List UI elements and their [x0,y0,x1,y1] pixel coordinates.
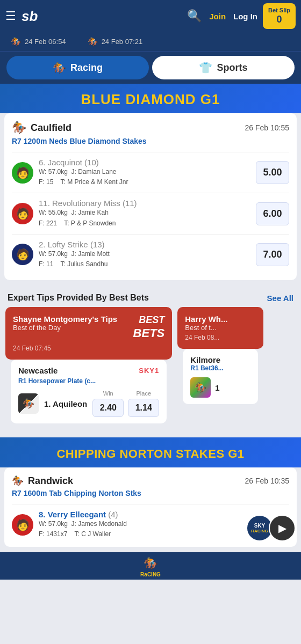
venue-icon: 🏇 [12,121,26,135]
randwick-venue: 🏇 Randwick [12,475,73,487]
runner-silk-2: 🧑 [12,203,33,224]
tab-sports[interactable]: 👕 Sports [152,56,295,79]
nav-racing-icon: 🏇 [144,557,158,570]
tip-card-inner-2[interactable]: Harry Wh... Best of t... 24 Feb 08... [177,307,263,349]
horse-icon-2: 🏇 [88,36,98,47]
expert-tips-title: Expert Tips Provided By Best Bets [8,293,149,303]
ticker-item-2[interactable]: 🏇 24 Feb 07:21 [77,34,154,49]
logo-line2: BETS [133,326,165,340]
tip-time-2: 24 Feb 08... [185,334,256,341]
blue-diamond-banner: BLUE DIAMOND G1 [0,84,301,113]
tip-runner-row-2: 🏇 1 [190,377,250,398]
venue-name: Caulfield [31,122,71,134]
chipping-norton-banner: CHIPPING NORTON STAKES G1 [0,437,301,467]
race-subtitle: R7 1200m Neds Blue Diamond Stakes [12,137,289,145]
login-button[interactable]: Log In [233,12,257,21]
tip-venue-1: Newcastle [18,366,58,375]
runner-name-1: 6. Jacquinot (10) [39,158,250,167]
runner-info-1: 6. Jacquinot (10) W: 57.0kg J: Damian La… [39,158,250,187]
nav-racing-label: RaCING [140,572,161,577]
expert-tips-header: Expert Tips Provided By Best Bets See Al… [0,286,301,307]
search-icon[interactable]: 🔍 [187,9,202,23]
horse-icon-1: 🏇 [11,36,22,47]
logo: sb [22,8,38,25]
place-odds-val: 1.14 [131,403,156,413]
runner-row[interactable]: 🧑 2. Lofty Strike (13) W: 57.0kg J: Jami… [12,234,289,275]
place-odds-btn[interactable]: 1.14 [128,399,159,417]
nav-item-racing[interactable]: 🏇 RaCING [0,557,301,577]
runner-silk-1: 🧑 [12,162,33,184]
runner-details-2: W: 55.0kg J: Jamie Kah F: 221 T: P & P S… [39,208,250,228]
tip-runner-silk-1: 🏇 [18,393,39,414]
tip-runner-silk-2: 🏇 [190,377,211,398]
tip-race-name-1: R1 Horsepower Plate (c... [18,377,159,385]
tip-card-inner-1[interactable]: Shayne Montgomery's Tips Best of the Day… [5,307,172,360]
runner-info-2: 11. Revolutionary Miss (11) W: 55.0kg J:… [39,199,250,228]
tip-runner-row-1: 🏇 1. Aquileon Win 2.40 Place 1.14 [18,390,159,417]
runner-details-3: W: 57.0kg J: Jamie Mott F: 11 T: Julius … [39,249,250,269]
tip-race-name-2: R1 Bet36... [190,364,250,372]
runner-row[interactable]: 🧑 11. Revolutionary Miss (11) W: 55.0kg … [12,193,289,233]
place-odds-group: Place 1.14 [128,390,159,417]
see-all-link[interactable]: See All [267,294,293,303]
randwick-venue-icon: 🏇 [12,475,24,487]
race-time: 26 Feb 10:55 [245,123,289,132]
caulfield-race-card: 🏇 Caulfield 26 Feb 10:55 R7 1200m Neds B… [4,113,297,280]
tip-card-1: Shayne Montgomery's Tips Best of the Day… [5,307,172,429]
tip-card-2: Harry Wh... Best of t... 24 Feb 08... Ki… [177,307,263,429]
tab-racing-label: Racing [70,62,103,74]
tip-time-1: 24 Feb 07:45 [13,345,164,352]
tip-race-header-1: Newcastle SKY1 [18,366,159,375]
tip-race-card-1: Newcastle SKY1 R1 Horsepower Plate (c...… [11,360,167,423]
place-label: Place [128,390,159,397]
randwick-subtitle: R7 1600m Tab Chipping Norton Stks [12,489,289,497]
tip-runner-name-1: 1. Aquileon [44,399,87,408]
betslip-label: Bet Slip [268,7,290,13]
win-odds-btn[interactable]: 2.40 [92,399,124,417]
header: ☰ sb 🔍 Join Log In Bet Slip 0 [0,0,301,32]
tip-runner-name-2: 1 [215,383,250,392]
race-venue: 🏇 Caulfield [12,121,71,135]
win-odds-val: 2.40 [95,403,121,413]
tip-venue-2: Kilmore [190,355,250,364]
race-ticker: 🏇 24 Feb 06:54 🏇 24 Feb 07:21 [0,32,301,52]
runner-odds-2[interactable]: 6.00 [256,202,289,225]
runner-silk-3: 🧑 [12,244,33,265]
tip-subtitle-1: Best of the Day [13,324,117,332]
betslip-count: 0 [268,14,290,26]
chipping-norton-title: CHIPPING NORTON STAKES G1 [5,447,296,461]
tip-race-card-2: Kilmore R1 Bet36... 🏇 1 [183,349,258,404]
win-label: Win [92,390,124,397]
tab-sports-label: Sports [217,62,247,74]
runner-odds-1[interactable]: 5.00 [256,161,289,184]
odds-group-1: Win 2.40 Place 1.14 [92,390,159,417]
randwick-section: 🏇 Randwick 26 Feb 10:35 R7 1600m Tab Chi… [0,467,301,547]
join-button[interactable]: Join [209,12,226,21]
tips-scroll: Shayne Montgomery's Tips Best of the Day… [0,307,301,434]
best-bets-logo: BEST BETS [133,314,165,340]
race-card-header: 🏇 Caulfield 26 Feb 10:55 [12,121,289,135]
win-odds-group: Win 2.40 [92,390,124,417]
logo-line1: BEST [133,314,165,326]
tab-bar: 🏇 Racing 👕 Sports [0,52,301,84]
betslip-button[interactable]: Bet Slip 0 [263,3,296,29]
ticker-item-1[interactable]: 🏇 24 Feb 06:54 [0,34,77,49]
play-button[interactable]: ▶ [269,515,296,541]
randwick-time: 26 Feb 10:35 [245,477,289,485]
runner-row[interactable]: 🧑 6. Jacquinot (10) W: 57.0kg J: Damian … [12,152,289,193]
runner-info-3: 2. Lofty Strike (13) W: 57.0kg J: Jamie … [39,240,250,269]
runner-odds-3[interactable]: 7.00 [256,243,289,266]
sky-racing-overlay[interactable]: SKY RACING ▶ [246,515,296,541]
ticker-time-1: 24 Feb 06:54 [25,38,66,46]
sky-label: SKY [254,523,266,529]
runner-name-3: 2. Lofty Strike (13) [39,240,250,249]
menu-icon[interactable]: ☰ [5,9,16,23]
tab-racing[interactable]: 🏇 Racing [6,56,149,79]
runner-details-1: W: 57.0kg J: Damian Lane F: 15 T: M Pric… [39,167,250,187]
randwick-header: 🏇 Randwick 26 Feb 10:35 [12,475,289,487]
tip-channel-1: SKY1 [139,367,159,375]
tip-subtitle-2: Best of t... [185,324,256,332]
racing-label: RACING [251,529,268,533]
randwick-runner-silk: 🧑 [12,514,33,536]
tip-title-1: Shayne Montgomery's Tips [13,314,117,324]
